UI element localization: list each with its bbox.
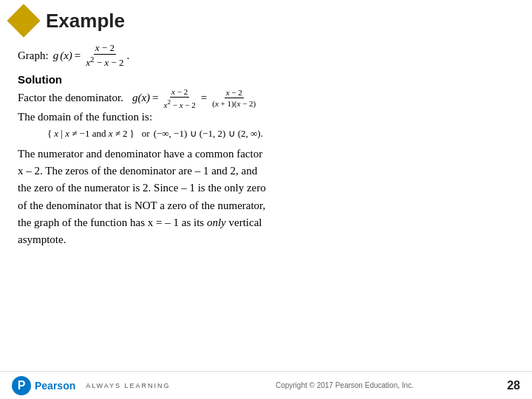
header: Example — [0, 0, 532, 38]
copyright: Copyright © 2017 Pearson Education, Inc. — [183, 381, 508, 389]
footer: P Pearson ALWAYS LEARNING Copyright © 20… — [0, 371, 532, 399]
fraction-factored-2: x − 2 (x + 1)(x − 2) — [211, 88, 257, 108]
fraction-factored-1: x − 2 x2 − x − 2 — [163, 87, 197, 109]
solution-header: Solution — [18, 73, 514, 86]
factor-line: Factor the denominator. g(x) = x − 2 x2 … — [18, 87, 514, 109]
pearson-logo: P Pearson — [12, 376, 75, 395]
set-notation-line: { x | x ≠ −1 and x ≠ 2 } or (−∞, −1) ∪ (… — [47, 128, 514, 140]
page-title: Example — [46, 10, 125, 33]
graph-line: Graph: g(x) = x − 2 x2 − x − 2 . — [18, 43, 514, 69]
gx-label: g — [53, 50, 59, 62]
pearson-name: Pearson — [35, 380, 75, 392]
graph-label: Graph: — [18, 50, 49, 62]
pearson-p-circle: P — [12, 376, 31, 395]
main-fraction: x − 2 x2 − x − 2 — [84, 43, 125, 69]
always-learning: ALWAYS LEARNING — [86, 382, 170, 389]
only-italic: only — [207, 216, 226, 228]
page-number: 28 — [507, 379, 520, 392]
main-content: Graph: g(x) = x − 2 x2 − x − 2 . Solutio… — [0, 38, 532, 256]
domain-line: The domain of the function is: — [18, 111, 514, 123]
diamond-icon — [7, 4, 40, 37]
body-paragraph: The numerator and denominator have a com… — [18, 146, 514, 249]
